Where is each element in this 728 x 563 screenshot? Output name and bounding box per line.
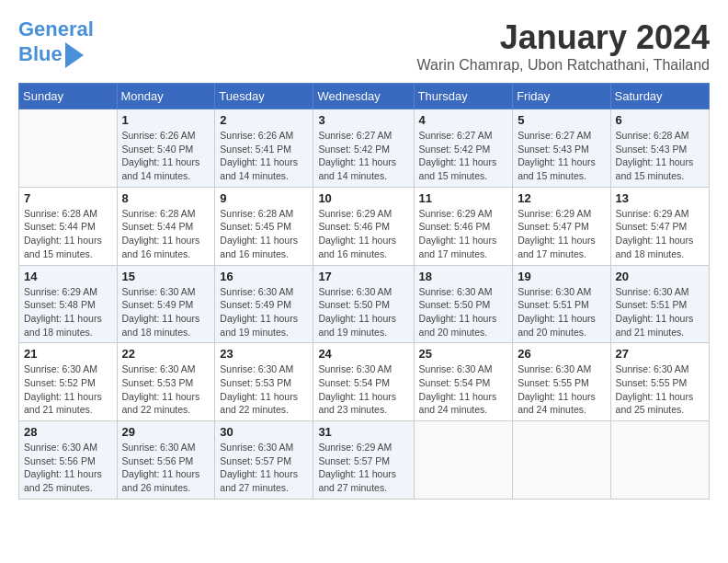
day-number: 13 [616,191,704,205]
day-number: 1 [122,113,210,127]
day-number: 12 [518,191,605,205]
weekday-header-thursday: Thursday [414,84,513,109]
day-number: 22 [122,347,210,361]
day-number: 17 [318,270,408,283]
logo-general: General [18,17,94,40]
day-info: Sunrise: 6:30 AMSunset: 5:55 PMDaylight:… [616,362,704,417]
day-info: Sunrise: 6:27 AMSunset: 5:43 PMDaylight:… [518,129,605,183]
logo-arrow-icon [65,42,84,68]
calendar-cell: 10Sunrise: 6:29 AMSunset: 5:46 PMDayligh… [313,187,414,265]
calendar-week-row: 14Sunrise: 6:29 AMSunset: 5:48 PMDayligh… [19,265,710,343]
day-number: 19 [518,270,605,283]
calendar-cell: 25Sunrise: 6:30 AMSunset: 5:54 PMDayligh… [414,343,513,421]
calendar-cell: 20Sunrise: 6:30 AMSunset: 5:51 PMDayligh… [610,265,709,343]
location-subtitle: Warin Chamrap, Ubon Ratchathani, Thailan… [417,57,710,74]
day-number: 6 [616,113,704,127]
day-number: 28 [24,425,112,439]
day-info: Sunrise: 6:27 AMSunset: 5:42 PMDaylight:… [318,129,408,183]
calendar-cell: 31Sunrise: 6:29 AMSunset: 5:57 PMDayligh… [313,421,414,500]
day-info: Sunrise: 6:30 AMSunset: 5:56 PMDaylight:… [24,441,112,495]
calendar-cell: 18Sunrise: 6:30 AMSunset: 5:50 PMDayligh… [414,265,513,343]
day-info: Sunrise: 6:29 AMSunset: 5:47 PMDaylight:… [616,207,704,261]
calendar-cell: 17Sunrise: 6:30 AMSunset: 5:50 PMDayligh… [313,265,414,343]
day-number: 2 [220,113,308,127]
day-info: Sunrise: 6:30 AMSunset: 5:53 PMDaylight:… [220,362,308,417]
logo-text: General [18,18,94,40]
day-number: 14 [24,270,112,283]
calendar-cell: 6Sunrise: 6:28 AMSunset: 5:43 PMDaylight… [610,109,709,188]
calendar-cell: 29Sunrise: 6:30 AMSunset: 5:56 PMDayligh… [117,421,215,500]
calendar-cell: 28Sunrise: 6:30 AMSunset: 5:56 PMDayligh… [19,421,118,500]
day-number: 29 [122,425,210,439]
day-number: 4 [419,113,508,127]
calendar-cell: 1Sunrise: 6:26 AMSunset: 5:40 PMDaylight… [117,109,215,188]
day-info: Sunrise: 6:30 AMSunset: 5:51 PMDaylight:… [616,285,704,339]
day-info: Sunrise: 6:27 AMSunset: 5:42 PMDaylight:… [419,129,508,183]
day-info: Sunrise: 6:30 AMSunset: 5:55 PMDaylight:… [518,362,605,417]
calendar-cell [414,421,513,500]
calendar-cell: 2Sunrise: 6:26 AMSunset: 5:41 PMDaylight… [215,109,313,188]
day-info: Sunrise: 6:30 AMSunset: 5:56 PMDaylight:… [122,441,210,495]
month-title: January 2024 [417,18,710,57]
day-number: 21 [24,347,112,361]
day-number: 25 [419,347,508,361]
calendar-cell [19,109,118,188]
day-number: 23 [220,347,308,361]
calendar-cell: 11Sunrise: 6:29 AMSunset: 5:46 PMDayligh… [414,187,513,265]
day-info: Sunrise: 6:29 AMSunset: 5:46 PMDaylight:… [419,207,508,261]
day-number: 10 [318,191,408,205]
day-info: Sunrise: 6:28 AMSunset: 5:44 PMDaylight:… [122,207,210,261]
day-info: Sunrise: 6:26 AMSunset: 5:40 PMDaylight:… [122,129,210,183]
day-info: Sunrise: 6:28 AMSunset: 5:45 PMDaylight:… [220,207,308,261]
day-number: 7 [24,191,112,205]
day-info: Sunrise: 6:30 AMSunset: 5:57 PMDaylight:… [220,441,308,495]
calendar-cell [513,421,610,500]
calendar-cell [610,421,709,500]
day-info: Sunrise: 6:29 AMSunset: 5:46 PMDaylight:… [318,207,408,261]
day-info: Sunrise: 6:28 AMSunset: 5:43 PMDaylight:… [616,129,704,183]
title-block: January 2024 Warin Chamrap, Ubon Ratchat… [417,18,710,74]
day-info: Sunrise: 6:30 AMSunset: 5:50 PMDaylight:… [419,285,508,339]
calendar-cell: 15Sunrise: 6:30 AMSunset: 5:49 PMDayligh… [117,265,215,343]
calendar-week-row: 1Sunrise: 6:26 AMSunset: 5:40 PMDaylight… [19,109,710,188]
day-info: Sunrise: 6:30 AMSunset: 5:52 PMDaylight:… [24,362,112,417]
calendar-cell: 9Sunrise: 6:28 AMSunset: 5:45 PMDaylight… [215,187,313,265]
calendar-cell: 23Sunrise: 6:30 AMSunset: 5:53 PMDayligh… [215,343,313,421]
day-info: Sunrise: 6:30 AMSunset: 5:51 PMDaylight:… [518,285,605,339]
page-header: General Blue January 2024 Warin Chamrap,… [18,18,710,74]
day-info: Sunrise: 6:30 AMSunset: 5:54 PMDaylight:… [419,362,508,417]
day-info: Sunrise: 6:30 AMSunset: 5:53 PMDaylight:… [122,362,210,417]
day-number: 30 [220,425,308,439]
calendar-cell: 16Sunrise: 6:30 AMSunset: 5:49 PMDayligh… [215,265,313,343]
calendar-cell: 12Sunrise: 6:29 AMSunset: 5:47 PMDayligh… [513,187,610,265]
day-number: 11 [419,191,508,205]
weekday-header-saturday: Saturday [610,84,709,109]
calendar-cell: 27Sunrise: 6:30 AMSunset: 5:55 PMDayligh… [610,343,709,421]
day-number: 18 [419,270,508,283]
weekday-header-tuesday: Tuesday [215,84,313,109]
day-number: 5 [518,113,605,127]
calendar-cell: 5Sunrise: 6:27 AMSunset: 5:43 PMDaylight… [513,109,610,188]
calendar-cell: 24Sunrise: 6:30 AMSunset: 5:54 PMDayligh… [313,343,414,421]
calendar-table: SundayMondayTuesdayWednesdayThursdayFrid… [18,83,710,500]
day-number: 9 [220,191,308,205]
day-info: Sunrise: 6:30 AMSunset: 5:54 PMDaylight:… [318,362,408,417]
calendar-cell: 3Sunrise: 6:27 AMSunset: 5:42 PMDaylight… [313,109,414,188]
day-number: 20 [616,270,704,283]
calendar-cell: 22Sunrise: 6:30 AMSunset: 5:53 PMDayligh… [117,343,215,421]
weekday-header-monday: Monday [117,84,215,109]
day-number: 3 [318,113,408,127]
calendar-cell: 26Sunrise: 6:30 AMSunset: 5:55 PMDayligh… [513,343,610,421]
day-info: Sunrise: 6:29 AMSunset: 5:57 PMDaylight:… [318,441,408,495]
calendar-cell: 13Sunrise: 6:29 AMSunset: 5:47 PMDayligh… [610,187,709,265]
day-number: 8 [122,191,210,205]
weekday-header-row: SundayMondayTuesdayWednesdayThursdayFrid… [19,84,710,109]
day-info: Sunrise: 6:29 AMSunset: 5:48 PMDaylight:… [24,285,112,339]
day-number: 31 [318,425,408,439]
day-info: Sunrise: 6:30 AMSunset: 5:49 PMDaylight:… [220,285,308,339]
calendar-cell: 8Sunrise: 6:28 AMSunset: 5:44 PMDaylight… [117,187,215,265]
logo: General Blue [18,18,94,68]
day-info: Sunrise: 6:26 AMSunset: 5:41 PMDaylight:… [220,129,308,183]
calendar-week-row: 21Sunrise: 6:30 AMSunset: 5:52 PMDayligh… [19,343,710,421]
calendar-cell: 14Sunrise: 6:29 AMSunset: 5:48 PMDayligh… [19,265,118,343]
